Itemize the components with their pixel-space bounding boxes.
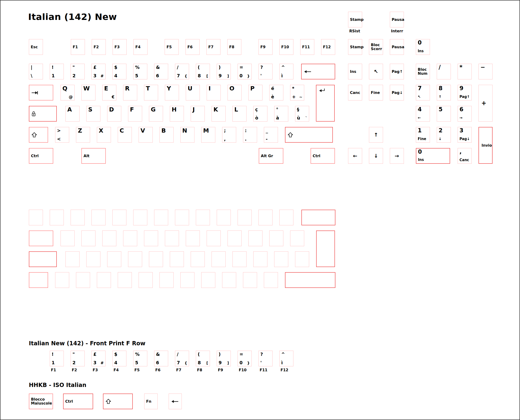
key-p-legend: P <box>250 85 255 92</box>
key-9: )9] <box>217 64 231 79</box>
key-plus-asterisk-legend: + <box>292 94 296 99</box>
fkey-f10-legend: = <box>240 352 243 357</box>
fkey-f3: £3# <box>92 351 106 366</box>
key-stamp-rsist: Stamp <box>348 12 362 27</box>
numpad-8-legend: ↑ <box>439 95 442 99</box>
key-eacute: éè <box>269 85 283 100</box>
key-pagdown-legend: Pag↓ <box>392 91 403 95</box>
numpad-9-legend: Pag↑ <box>459 95 470 99</box>
key-semicolon-legend: ; <box>224 128 226 133</box>
key-f1: F1 <box>71 39 85 55</box>
numpad-multiply-legend: * <box>459 64 463 70</box>
key-k-legend: K <box>213 106 218 113</box>
shift-icon <box>31 132 37 138</box>
blank-key <box>264 272 278 288</box>
hhkb-blocco-maiuscole: Blocco Maiuscole <box>29 394 53 409</box>
numpad-6: 6→ <box>458 106 472 122</box>
blank-key <box>61 231 75 246</box>
key-n: N <box>180 127 194 143</box>
key-rshift <box>285 127 333 143</box>
fkey-f6-legend: & <box>156 352 160 357</box>
key-6-legend: 6 <box>156 73 159 78</box>
front-print-label: F11 <box>260 368 267 372</box>
blank-key <box>118 272 132 288</box>
key-eacute-legend: é <box>271 86 274 91</box>
blank-key <box>97 272 111 288</box>
key-home: ↖ <box>369 64 383 79</box>
fkey-f7-legend: / <box>177 352 179 357</box>
numpad-3-legend: 3 <box>459 128 464 134</box>
key-e-legend: E <box>104 85 108 92</box>
key-5-legend: % <box>135 65 140 70</box>
key-ins: Ins <box>348 64 362 79</box>
key-arrow-down: ↓ <box>369 148 383 164</box>
blank-key <box>201 272 215 288</box>
key-fine-legend: Fine <box>371 91 380 95</box>
front-print-label: F7 <box>176 368 181 372</box>
blank-key <box>70 210 85 225</box>
key-stamp: Stamp <box>348 39 362 55</box>
blank-key <box>186 231 200 246</box>
blank-backspace <box>301 210 335 225</box>
key-arrow-left: ← <box>348 148 362 164</box>
key-f4: F4 <box>133 39 147 55</box>
key-backslash-legend: \ <box>31 73 32 78</box>
key-plus-asterisk-legend: * <box>292 86 294 91</box>
key-underscore: _- <box>264 127 278 143</box>
key-2-legend: 2 <box>72 73 76 78</box>
numpad-7-legend: 7 <box>418 85 422 92</box>
numpad-5-legend: 5 <box>439 106 442 113</box>
fkey-f6-legend: 6 <box>156 360 159 365</box>
key-arrow-left-legend: ← <box>353 153 357 159</box>
blank-key <box>112 210 126 225</box>
key-h-legend: H <box>172 106 177 113</box>
key-u: U <box>186 85 200 100</box>
numpad-1-legend: Fine <box>418 137 426 141</box>
front-print-label: F2 <box>72 368 77 372</box>
key-f12: F12 <box>321 39 335 55</box>
key-q: Q@ <box>61 85 75 100</box>
key-canc-legend: Canc <box>350 91 360 95</box>
key-i: I <box>207 85 221 100</box>
key-z: Z <box>76 127 90 143</box>
blank-key <box>207 231 221 246</box>
key-f6: F6 <box>186 39 200 55</box>
key-enter <box>316 85 335 122</box>
fkey-f8-legend: [ <box>206 361 208 365</box>
fkey-f12: ^ì <box>279 351 294 366</box>
key-semicolon-legend: , <box>224 136 226 142</box>
numpad-comma-legend: Canc <box>459 158 469 162</box>
fkey-f10-legend: 0 <box>240 360 242 365</box>
fkey-f12-legend: ì <box>281 360 283 365</box>
key-arrow-right-legend: → <box>395 153 399 159</box>
capslock-icon <box>31 111 36 117</box>
numpad-0: 0Ins <box>416 148 450 164</box>
key-plus-asterisk-legend: ~ <box>299 95 302 99</box>
blank-key <box>128 251 142 267</box>
key-apostrophe-legend: ? <box>260 65 263 70</box>
key-0: =0} <box>238 64 252 79</box>
fkey-f8-legend: ( <box>198 352 200 357</box>
blank-key <box>290 231 304 246</box>
key-u-legend: U <box>188 85 192 92</box>
fkey-f11-legend: ? <box>260 352 263 357</box>
key-f3: F3 <box>113 39 127 55</box>
key-altgr: Alt Gr <box>259 148 283 164</box>
key-7-legend: 7 <box>177 73 180 78</box>
key-0-legend: } <box>247 74 250 78</box>
hhkb-fn-legend: Fn <box>146 399 151 404</box>
key-f3-legend: F3 <box>115 45 120 49</box>
fkey-f9: )9] <box>217 351 231 366</box>
blank-key <box>133 210 147 225</box>
key-n-legend: N <box>182 128 187 134</box>
fkey-f9-legend: 9 <box>219 360 222 365</box>
key-9-legend: 9 <box>219 73 222 78</box>
key-pagdown: Pag↓ <box>390 85 404 100</box>
key-f11-legend: F11 <box>302 45 310 49</box>
key-4-legend: 4 <box>114 73 117 78</box>
key-angle-brackets-legend: > <box>57 128 61 133</box>
key-f8: F8 <box>227 39 241 55</box>
numpad-4-legend: ← <box>418 116 421 120</box>
front-print-label: F4 <box>114 368 119 372</box>
key-altgr-legend: Alt Gr <box>261 154 273 158</box>
